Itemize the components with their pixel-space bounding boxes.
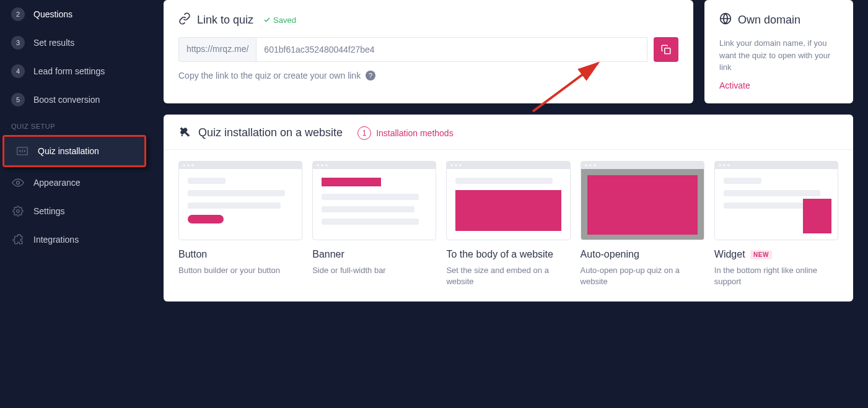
step-number-badge: 3: [11, 36, 25, 50]
option-thumbnail: [581, 161, 704, 240]
svg-point-1: [17, 181, 20, 184]
tools-icon: [178, 126, 191, 141]
link-to-quiz-card: Link to quiz Saved https://mrqz.me/ Copy…: [164, 0, 693, 103]
card-title: Link to quiz: [197, 14, 253, 27]
sidebar-item-quiz-installation[interactable]: Quiz installation: [4, 137, 144, 165]
step-number-badge: 2: [11, 7, 25, 21]
sidebar-item-label: Settings: [33, 206, 65, 216]
sidebar-section-label: QUIZ SETUP: [0, 114, 149, 134]
sidebar-step-label: Lead form settings: [33, 66, 105, 76]
domain-card-description: Link your domain name, if you want the q…: [719, 37, 838, 74]
help-icon[interactable]: ?: [366, 71, 375, 80]
option-description: In the bottom right like online support: [714, 265, 838, 289]
option-description: Side or full-width bar: [312, 265, 436, 277]
sidebar-step-label: Boost conversion: [33, 95, 100, 105]
globe-icon: [719, 12, 732, 27]
option-title: Banner: [312, 249, 436, 260]
puzzle-icon: [11, 233, 25, 246]
link-url-prefix: https://mrqz.me/: [178, 37, 256, 62]
copy-link-button[interactable]: [654, 37, 678, 62]
methods-count-badge: 1: [357, 126, 371, 140]
sidebar: 2 Questions 3 Set results 4 Lead form se…: [0, 0, 149, 408]
sidebar-step-boost-conversion[interactable]: 5 Boost conversion: [0, 85, 149, 114]
sidebar-item-label: Quiz installation: [38, 146, 99, 156]
option-thumbnail: [446, 161, 570, 240]
code-embed-icon: [15, 144, 29, 158]
sidebar-step-label: Questions: [33, 9, 72, 19]
sidebar-item-label: Appearance: [33, 178, 81, 188]
install-option-body[interactable]: To the body of a website Set the size an…: [446, 161, 570, 289]
step-number-badge: 4: [11, 64, 25, 78]
new-badge: NEW: [750, 250, 772, 259]
methods-link-label: Installation methods: [376, 128, 454, 138]
sidebar-step-lead-form[interactable]: 4 Lead form settings: [0, 57, 149, 85]
option-title: To the body of a website: [446, 249, 570, 260]
installation-methods-link[interactable]: 1 Installation methods: [357, 126, 454, 140]
own-domain-card: Own domain Link your domain name, if you…: [704, 0, 853, 103]
copy-icon: [660, 44, 672, 55]
option-description: Button builder or your button: [178, 265, 302, 277]
option-thumbnail: [714, 161, 838, 240]
option-thumbnail: [178, 161, 302, 240]
install-option-banner[interactable]: Banner Side or full-width bar: [312, 161, 436, 289]
step-number-badge: 5: [11, 93, 25, 106]
option-title: Widget NEW: [714, 249, 838, 260]
eye-icon: [11, 176, 25, 189]
sidebar-item-settings[interactable]: Settings: [0, 197, 149, 225]
sidebar-item-appearance[interactable]: Appearance: [0, 168, 149, 197]
saved-status-badge: Saved: [263, 15, 296, 25]
option-description: Set the size and embed on a website: [446, 265, 570, 289]
option-description: Auto-open pop-up quiz on a website: [581, 265, 704, 289]
sidebar-item-integrations[interactable]: Integrations: [0, 225, 149, 254]
install-option-button[interactable]: Button Button builder or your button: [178, 161, 302, 289]
gear-icon: [11, 204, 25, 218]
option-title: Auto-opening: [581, 249, 704, 260]
svg-point-2: [17, 210, 20, 213]
activate-domain-link[interactable]: Activate: [719, 80, 750, 90]
sidebar-step-label: Set results: [33, 38, 74, 48]
sidebar-step-questions[interactable]: 2 Questions: [0, 0, 149, 28]
link-icon: [178, 12, 191, 27]
link-hint-text: Copy the link to the quiz or create your…: [178, 71, 361, 80]
card-title: Quiz installation on a website: [198, 126, 343, 139]
sidebar-item-label: Integrations: [33, 235, 79, 245]
sidebar-step-set-results[interactable]: 3 Set results: [0, 28, 149, 57]
option-title: Button: [178, 249, 302, 260]
option-thumbnail: [312, 161, 436, 240]
install-option-widget[interactable]: Widget NEW In the bottom right like onli…: [714, 161, 838, 289]
svg-rect-3: [665, 48, 670, 54]
quiz-installation-card: Quiz installation on a website 1 Install…: [164, 115, 853, 302]
link-slug-input[interactable]: [256, 37, 647, 62]
card-title: Own domain: [738, 14, 800, 27]
annotation-highlight-box: Quiz installation: [2, 135, 146, 167]
main-content: Link to quiz Saved https://mrqz.me/ Copy…: [149, 0, 868, 408]
install-option-auto-opening[interactable]: Auto-opening Auto-open pop-up quiz on a …: [581, 161, 704, 289]
